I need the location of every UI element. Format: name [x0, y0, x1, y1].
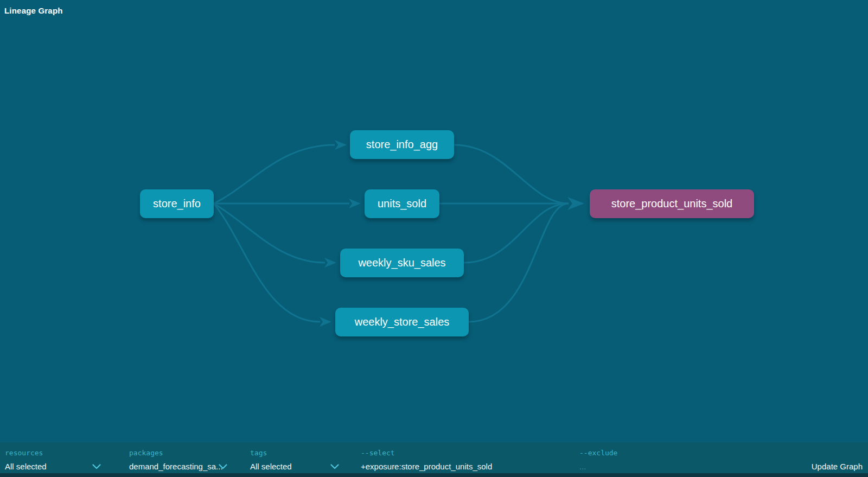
update-graph-button[interactable]: Update Graph — [812, 462, 863, 471]
graph-filter-toolbar: resources All selected packages demand_f… — [0, 442, 868, 477]
filter-packages-value[interactable]: demand_forecasting_sa... — [129, 462, 223, 471]
filter-resources-value[interactable]: All selected — [5, 462, 47, 471]
filter-select-input[interactable]: +exposure:store_product_units_sold — [361, 462, 492, 471]
edge-store_info-store_info_agg — [214, 145, 335, 203]
edge-store_info_agg-store_product_units_sold — [454, 145, 569, 203]
page-title: Lineage Graph — [4, 6, 63, 15]
arrowhead-weekly_sku_sales — [324, 258, 336, 268]
filter-select-label: --select — [361, 449, 395, 457]
filter-exclude-input[interactable]: ... — [579, 462, 586, 471]
arrowhead-units_sold — [349, 199, 361, 208]
arrowhead-store_product_units_sold — [567, 197, 584, 210]
edge-weekly_store_sales-store_product_units_sold — [469, 203, 569, 322]
filter-tags-value[interactable]: All selected — [250, 462, 292, 471]
node-label: weekly_sku_sales — [358, 257, 445, 269]
chevron-down-icon[interactable] — [92, 464, 101, 469]
edge-weekly_sku_sales-store_product_units_sold — [464, 203, 569, 263]
chevron-down-icon[interactable] — [330, 464, 339, 469]
bottom-strip — [0, 473, 868, 477]
filter-resources-label: resources — [5, 449, 43, 457]
node-label: store_info — [153, 198, 201, 210]
arrowhead-store_info_agg — [335, 140, 347, 150]
node-units_sold[interactable]: units_sold — [365, 189, 439, 218]
node-label: units_sold — [378, 198, 426, 210]
lineage-graph-canvas[interactable]: Lineage Graph store_info store_info_agg … — [0, 0, 868, 477]
node-weekly_sku_sales[interactable]: weekly_sku_sales — [340, 249, 464, 277]
filter-exclude-label: --exclude — [579, 449, 617, 457]
node-label: store_product_units_sold — [611, 198, 732, 210]
lineage-edges — [0, 0, 868, 477]
node-label: store_info_agg — [366, 138, 438, 151]
node-store_product_units_sold[interactable]: store_product_units_sold — [590, 189, 754, 218]
node-label: weekly_store_sales — [355, 316, 450, 328]
filter-tags-label: tags — [250, 449, 267, 457]
node-weekly_store_sales[interactable]: weekly_store_sales — [335, 308, 469, 336]
filter-packages-label: packages — [129, 449, 163, 457]
edge-store_info-weekly_store_sales — [214, 203, 320, 322]
edge-store_info-weekly_sku_sales — [214, 203, 325, 263]
node-store_info_agg[interactable]: store_info_agg — [350, 130, 454, 159]
chevron-down-icon[interactable] — [219, 464, 227, 469]
node-store_info[interactable]: store_info — [140, 189, 214, 218]
arrowhead-weekly_store_sales — [320, 317, 331, 327]
